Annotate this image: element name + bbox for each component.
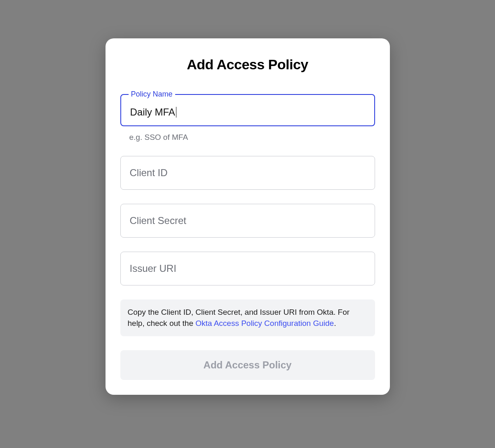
- policy-name-field-group: Policy Name Daily MFA e.g. SSO of MFA: [120, 94, 375, 142]
- client-secret-field-group: Client Secret: [120, 204, 375, 238]
- modal-title: Add Access Policy: [120, 57, 375, 73]
- client-secret-input[interactable]: Client Secret: [120, 204, 375, 238]
- client-id-field-group: Client ID: [120, 156, 375, 190]
- policy-name-value: Daily MFA: [130, 106, 365, 118]
- issuer-uri-input[interactable]: Issuer URI: [120, 252, 375, 285]
- okta-guide-link[interactable]: Okta Access Policy Configuration Guide: [195, 319, 334, 328]
- client-id-input[interactable]: Client ID: [120, 156, 375, 190]
- add-access-policy-modal: Add Access Policy Policy Name Daily MFA …: [106, 38, 390, 395]
- info-box: Copy the Client ID, Client Secret, and I…: [120, 299, 375, 336]
- issuer-uri-field-group: Issuer URI: [120, 252, 375, 285]
- policy-name-input[interactable]: Policy Name Daily MFA: [120, 94, 375, 126]
- policy-name-helper: e.g. SSO of MFA: [129, 133, 375, 142]
- policy-name-label: Policy Name: [129, 90, 175, 99]
- info-text-after: .: [334, 319, 336, 328]
- text-caret-icon: [176, 107, 177, 118]
- add-access-policy-button[interactable]: Add Access Policy: [120, 350, 375, 380]
